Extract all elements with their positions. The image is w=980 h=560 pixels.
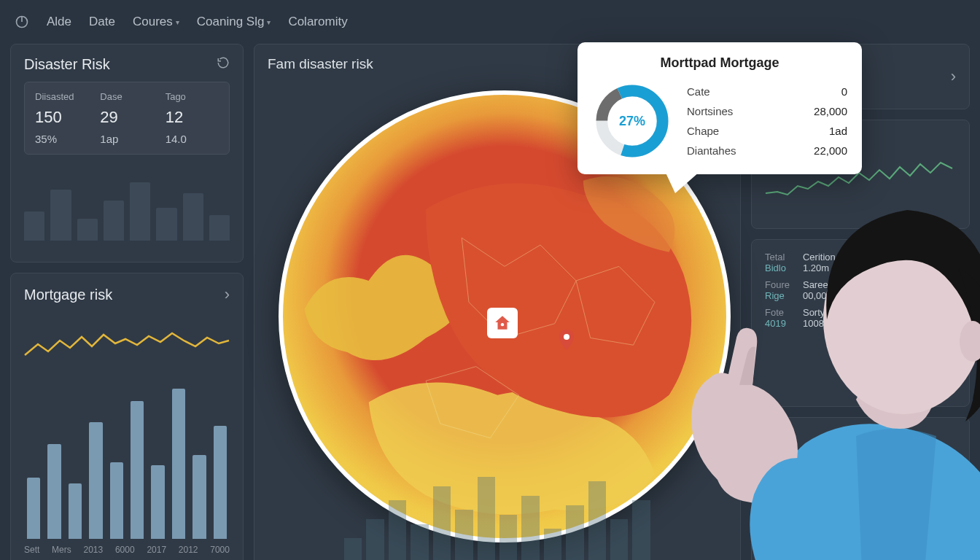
chevron-right-icon[interactable]: › — [951, 67, 956, 86]
panel-title: Mortgage risk — [24, 287, 112, 303]
stat-sub: 1ap — [100, 133, 153, 145]
stat-sub: 14.0 — [166, 133, 219, 145]
sparkbar-bg — [24, 168, 230, 241]
map-pin-icon[interactable] — [558, 330, 575, 350]
panel-details: TetalBidlo Cerition1.20m of 80em FoureRi… — [751, 239, 970, 407]
stat-label: Tago — [166, 91, 219, 102]
stat-label: Diisasted — [35, 91, 88, 102]
panel-title: Tytcle — [765, 429, 956, 443]
donut-percent: 27% — [619, 114, 645, 129]
mortgage-bar-chart — [24, 386, 230, 539]
popup-stats: Cate0 Nortsines28,000 Chape1ad Diantahes… — [687, 85, 847, 157]
chevron-right-icon[interactable]: › — [225, 285, 230, 304]
map-histogram — [344, 472, 650, 560]
nav-item-1[interactable]: Date — [89, 15, 115, 29]
stat-card: Diisasted Dase Tago 150 29 12 35% 1ap 14… — [24, 82, 230, 155]
svg-point-3 — [564, 334, 569, 340]
nav-item-2[interactable]: Coures▾ — [133, 15, 179, 29]
popup-title: Morttpad Mortgage — [592, 55, 847, 71]
x-axis-labels: Sett Mers 2013 6000 2017 2012 7000 — [24, 545, 230, 555]
nav-item-3[interactable]: Coaning Slg▾ — [197, 15, 271, 29]
stat-value: 150 — [35, 108, 88, 127]
donut-chart: 27% — [592, 81, 672, 161]
home-icon[interactable] — [487, 308, 518, 338]
stat-value: 29 — [100, 108, 153, 127]
mortgage-line-chart — [24, 319, 230, 377]
refresh-icon[interactable] — [217, 56, 230, 73]
tooltip-popup: Morttpad Mortgage 27% Cate0 Nortsines28,… — [578, 42, 862, 174]
panel-tycle: Tytcle — [751, 417, 970, 560]
chevron-down-icon: ▾ — [176, 18, 179, 26]
svg-point-2 — [501, 323, 504, 326]
panel-title: Disaster Risk — [24, 56, 110, 73]
panel-mortgage-risk[interactable]: Mortgage risk › Sett Mers 2 — [10, 273, 244, 560]
nav-item-4[interactable]: Colaromity — [288, 15, 347, 29]
stat-sub: 35% — [35, 133, 88, 145]
chevron-down-icon: ▾ — [267, 18, 271, 26]
stat-label: Dase — [100, 91, 153, 102]
nav-item-0[interactable]: Alde — [47, 15, 71, 29]
top-nav: Alde Date Coures▾ Coaning Slg▾ Colaromit… — [0, 0, 980, 44]
panel-disaster-risk: Disaster Risk Diisasted Dase Tago 150 29… — [10, 44, 244, 262]
stat-value: 12 — [166, 108, 219, 127]
power-icon[interactable] — [15, 15, 29, 29]
